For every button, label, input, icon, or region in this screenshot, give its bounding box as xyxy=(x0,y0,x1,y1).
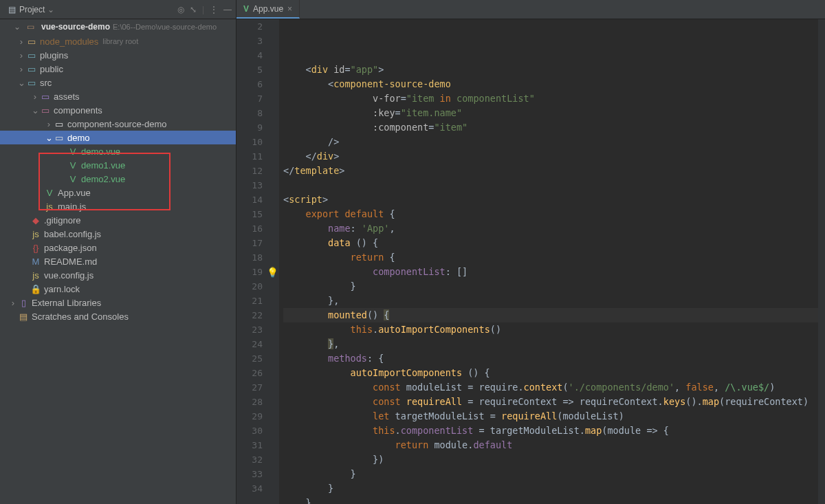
project-label: Project xyxy=(19,5,45,14)
chevron-right-icon: › xyxy=(44,119,54,129)
minimize-icon[interactable]: — xyxy=(223,5,232,14)
chevron-down-icon: ⌄ xyxy=(47,5,54,14)
tree-gitignore[interactable]: ◆ .gitignore xyxy=(0,213,236,227)
root-path: E:\06--Demo\vue-source-demo xyxy=(113,23,217,31)
chevron-down-icon: ⌄ xyxy=(30,105,40,116)
chevron-down-icon: ⌄ xyxy=(16,78,26,88)
library-icon: ▯ xyxy=(18,298,29,308)
chevron-down-icon: ⌄ xyxy=(12,22,22,32)
md-icon: M xyxy=(30,256,41,267)
root-name: vue-source-demo xyxy=(41,22,110,32)
vue-icon: V xyxy=(67,160,78,171)
folder-icon: ▭ xyxy=(26,50,37,61)
tree-package-json[interactable]: {} package.json xyxy=(0,241,236,254)
vue-icon: V xyxy=(44,188,55,198)
folder-icon: ▭ xyxy=(26,36,37,47)
more-icon[interactable]: ⋮ xyxy=(210,5,218,14)
scratch-icon: ▤ xyxy=(18,311,29,322)
tree-components[interactable]: ⌄ ▭ components xyxy=(0,103,236,117)
vue-icon: V xyxy=(243,4,249,14)
code-editor[interactable]: 2345678910111213141516171819202122232425… xyxy=(236,19,825,504)
tree-main-js[interactable]: js main.js xyxy=(0,199,236,213)
divider-icon: | xyxy=(202,5,204,14)
tree-node-modules[interactable]: › ▭ node_modules library root xyxy=(0,34,236,48)
chevron-right-icon: › xyxy=(30,91,40,102)
js-icon: js xyxy=(30,270,41,281)
editor-tab-bar: V App.vue × xyxy=(236,0,825,19)
tree-babel[interactable]: js babel.config.js xyxy=(0,227,236,241)
git-icon: ◆ xyxy=(30,215,41,226)
project-root-row[interactable]: ⌄ ▭ vue-source-demo E:\06--Demo\vue-sour… xyxy=(0,19,236,34)
lock-icon: 🔒 xyxy=(30,284,41,294)
chevron-right-icon: › xyxy=(16,50,26,61)
code-area[interactable]: 💡 <div id="app"> <component-source-demo … xyxy=(279,19,818,504)
project-icon: ▤ xyxy=(7,5,16,14)
tree-demo-folder[interactable]: ⌄ ▭ demo xyxy=(0,131,236,144)
vue-icon: V xyxy=(67,174,78,184)
folder-icon: ▭ xyxy=(54,133,65,143)
folder-icon: ▭ xyxy=(25,22,36,32)
scrollbar[interactable] xyxy=(818,19,825,504)
folder-icon: ▭ xyxy=(26,64,37,74)
tree-src[interactable]: ⌄ ▭ src xyxy=(0,76,236,89)
top-toolbar: ▤ Project ⌄ ◎ ⤡ | ⋮ — V App.vue × xyxy=(0,0,825,19)
fold-column xyxy=(270,19,279,504)
chevron-right-icon: › xyxy=(16,64,26,74)
folder-icon: ▭ xyxy=(54,119,65,129)
json-icon: {} xyxy=(30,243,41,253)
editor-tab-appvue[interactable]: V App.vue × xyxy=(236,0,300,19)
line-number-gutter: 2345678910111213141516171819202122232425… xyxy=(236,19,270,504)
tree-public[interactable]: › ▭ public xyxy=(0,62,236,76)
tree-readme[interactable]: M README.md xyxy=(0,254,236,268)
chevron-right-icon: › xyxy=(16,36,26,47)
tree-demo2-vue[interactable]: V demo2.vue xyxy=(0,172,236,186)
folder-icon: ▭ xyxy=(40,105,51,116)
project-dropdown[interactable]: ▤ Project ⌄ xyxy=(4,3,57,16)
folder-icon: ▭ xyxy=(26,78,37,88)
tree-vue-config[interactable]: js vue.config.js xyxy=(0,268,236,282)
tree-demo-vue[interactable]: V demo.vue xyxy=(0,144,236,158)
tab-filename: App.vue xyxy=(253,4,283,14)
tree-yarn-lock[interactable]: 🔒 yarn.lock xyxy=(0,282,236,296)
js-icon: js xyxy=(30,229,41,239)
tree-app-vue[interactable]: V App.vue xyxy=(0,186,236,199)
tree-csd[interactable]: › ▭ component-source-demo xyxy=(0,117,236,131)
close-tab-icon[interactable]: × xyxy=(287,4,292,14)
collapse-icon[interactable]: ⤡ xyxy=(190,5,197,14)
vue-icon: V xyxy=(67,146,78,157)
folder-icon: ▭ xyxy=(40,91,51,102)
target-icon[interactable]: ◎ xyxy=(177,5,184,14)
intention-bulb-icon[interactable]: 💡 xyxy=(267,265,278,280)
tree-external-libs[interactable]: › ▯ External Libraries xyxy=(0,296,236,309)
chevron-right-icon: › xyxy=(8,298,18,308)
project-tree-panel: ⌄ ▭ vue-source-demo E:\06--Demo\vue-sour… xyxy=(0,19,236,504)
tree-scratches[interactable]: ▤ Scratches and Consoles xyxy=(0,309,236,323)
tree-plugins[interactable]: › ▭ plugins xyxy=(0,48,236,62)
chevron-down-icon: ⌄ xyxy=(44,133,54,143)
tree-demo1-vue[interactable]: V demo1.vue xyxy=(0,158,236,172)
js-icon: js xyxy=(44,201,55,212)
project-toolwindow-header: ▤ Project ⌄ ◎ ⤡ | ⋮ — xyxy=(0,0,236,19)
tree-assets[interactable]: › ▭ assets xyxy=(0,89,236,103)
